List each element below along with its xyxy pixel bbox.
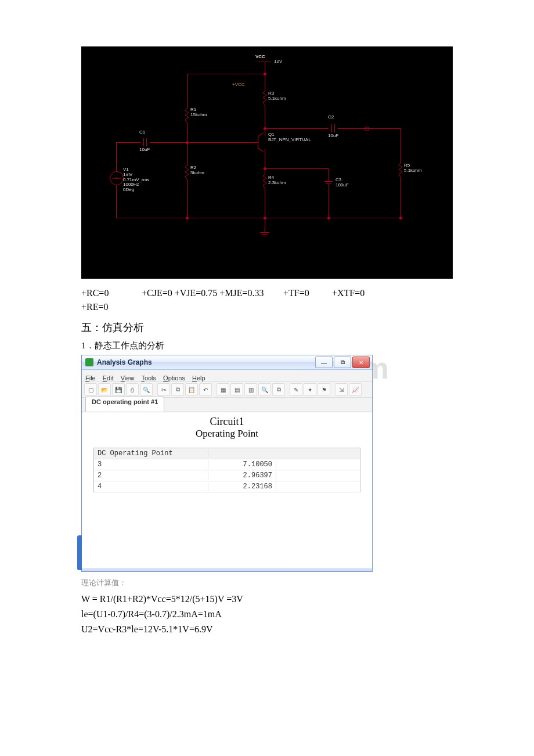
r2-value: 5kohm: [190, 170, 204, 175]
status-strip: [82, 568, 372, 571]
node-cell: 4: [94, 483, 208, 491]
v1-l1: 0.71mV_rms: [123, 177, 149, 182]
c3-value: 100uF: [335, 182, 349, 188]
value-cell: 2.23168: [208, 483, 276, 491]
c2-name: C2: [328, 114, 334, 120]
analysis-graphs-window: Analysis Graphs — ⧉ ✕ File Edit View Too…: [81, 355, 373, 572]
r1-name: R1: [190, 107, 196, 112]
c3-name: C3: [335, 177, 341, 182]
close-button[interactable]: ✕: [352, 357, 370, 368]
open-icon[interactable]: 📂: [98, 383, 111, 396]
table-header: DC Operating Point: [94, 449, 208, 458]
r5-value: 5.1kohm: [404, 168, 422, 173]
vcc-node-label: +VCC: [232, 82, 245, 87]
menu-file[interactable]: File: [85, 375, 96, 381]
chart-icon[interactable]: 📈: [349, 383, 362, 396]
node-cell: 3: [94, 460, 208, 469]
vcc-value: 12V: [274, 59, 282, 64]
formula-1: W = R1/(R1+R2)*Vcc=5*12/(5+15)V =3V: [81, 594, 453, 604]
window-title: Analysis Graphs: [97, 358, 152, 366]
table-row: 2 2.96397: [94, 470, 360, 481]
menu-view[interactable]: View: [121, 375, 135, 381]
cut-icon[interactable]: ✂: [157, 383, 170, 396]
r5-name: R5: [404, 163, 410, 168]
v1-l2: 1000Hz: [123, 182, 139, 187]
new-icon[interactable]: ▢: [84, 383, 97, 396]
c2-value: 10uF: [328, 133, 338, 138]
p-re: +RE=0: [81, 302, 109, 312]
chart-title: Circuit1: [82, 412, 372, 428]
p-rc: +RC=0: [81, 288, 139, 298]
layers-icon[interactable]: ⧉: [272, 383, 285, 396]
p-xtf: +XTF=0: [332, 288, 365, 298]
formula-2: le=(U1-0.7)/R4=(3-0.7)/2.3mA=1mA: [81, 609, 453, 620]
window-body: Circuit1 Operating Point DC Operating Po…: [82, 412, 372, 568]
formula-3: U2=Vcc-R3*le=12V-5.1*1V=6.9V: [81, 624, 453, 635]
circuit-schematic: VCC 12V R35.1kohm +VCC R115kohm R25kohm: [81, 46, 453, 279]
vcc-name: VCC: [255, 54, 265, 59]
grid2-icon[interactable]: ▤: [230, 383, 243, 396]
minimize-button[interactable]: —: [315, 357, 333, 368]
menu-edit[interactable]: Edit: [103, 375, 114, 381]
heading-five: 五：仿真分析: [81, 321, 453, 334]
param-row-2: +RE=0: [81, 302, 453, 312]
tab-bar: DC operating point #1: [82, 398, 372, 412]
r3-name: R3: [268, 91, 274, 96]
menu-tools[interactable]: Tools: [141, 375, 156, 381]
maximize-button[interactable]: ⧉: [334, 357, 351, 368]
menu-options[interactable]: Options: [163, 375, 185, 381]
r1-value: 15kohm: [190, 112, 207, 117]
node-cell: 2: [94, 471, 208, 480]
app-icon: [85, 358, 93, 366]
tab-dc-operating-point[interactable]: DC operating point #1: [85, 397, 164, 412]
r3-value: 5.1kohm: [268, 96, 286, 101]
export-icon[interactable]: ⇲: [335, 383, 348, 396]
window-titlebar[interactable]: Analysis Graphs — ⧉ ✕: [82, 355, 372, 370]
r4-value: 2.3kohm: [268, 180, 286, 185]
save-icon[interactable]: 💾: [112, 383, 125, 396]
c1-name: C1: [139, 129, 145, 135]
menubar[interactable]: File Edit View Tools Options Help: [82, 370, 372, 382]
flag-icon[interactable]: ⚑: [317, 383, 330, 396]
preview-icon[interactable]: 🔍: [140, 383, 153, 396]
menu-help[interactable]: Help: [192, 375, 205, 381]
c1-value: 10uF: [139, 147, 150, 152]
copy-icon[interactable]: ⧉: [171, 383, 184, 396]
theory-caption: 理论计算值：: [81, 578, 453, 588]
toolbar: ▢ 📂 💾 ⎙ 🔍 ✂ ⧉ 📋 ↶ ▦ ▤ ▥ 🔍 ⧉ ✎ ✦ ⚑ ⇲ 📈: [82, 382, 372, 398]
p-cje-vje-mje: +CJE=0 +VJE=0.75 +MJE=0.33: [142, 288, 281, 298]
grid1-icon[interactable]: ▦: [217, 383, 229, 396]
table-row: 4 2.23168: [94, 481, 360, 492]
paste-icon[interactable]: 📋: [185, 383, 198, 396]
r2-name: R2: [190, 165, 196, 170]
item-1-title: 1．静态工作点的分析: [81, 340, 453, 351]
q1-name: Q1: [268, 132, 275, 137]
value-cell: 2.96397: [208, 471, 276, 480]
value-cell: 7.10050: [208, 460, 276, 469]
undo-icon[interactable]: ↶: [199, 383, 212, 396]
v1-l0: 1mV: [123, 172, 132, 177]
v1-l3: 0Deg: [123, 187, 134, 192]
r4-name: R4: [268, 175, 274, 180]
zoom-icon[interactable]: 🔍: [258, 383, 271, 396]
side-tab: [77, 535, 82, 570]
chart-subtitle: Operating Point: [82, 428, 372, 445]
marker-icon[interactable]: ✦: [304, 383, 316, 396]
param-row-1: +RC=0 +CJE=0 +VJE=0.75 +MJE=0.33 +TF=0 +…: [81, 288, 453, 298]
v1-name: V1: [123, 167, 129, 172]
p-tf: +TF=0: [283, 288, 330, 298]
brush-icon[interactable]: ✎: [290, 383, 302, 396]
grid3-icon[interactable]: ▥: [244, 383, 257, 396]
dc-op-table: DC Operating Point 3 7.10050 2 2.96397 4…: [93, 448, 360, 492]
print-icon[interactable]: ⎙: [126, 383, 139, 396]
q1-value: BJT_NPN_VIRTUAL: [268, 137, 311, 142]
table-row: 3 7.10050: [94, 459, 360, 470]
